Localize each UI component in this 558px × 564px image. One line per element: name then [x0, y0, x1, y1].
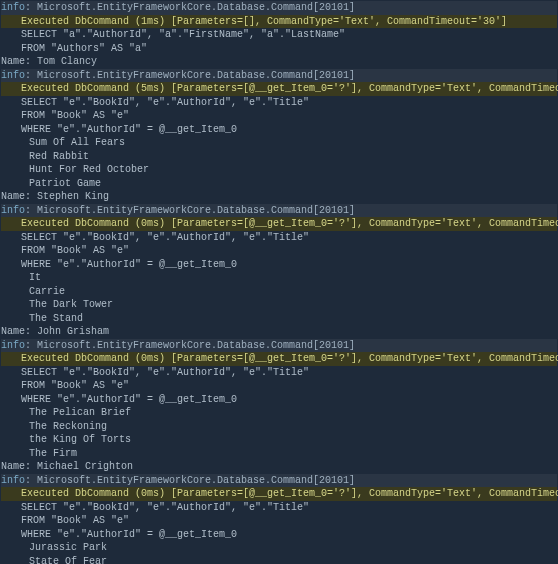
- book-title-line: The Stand: [1, 312, 557, 326]
- executed-command-line: Executed DbCommand (1ms) [Parameters=[],…: [1, 15, 557, 29]
- book-title-line: Red Rabbit: [1, 150, 557, 164]
- executed-command-line: Executed DbCommand (5ms) [Parameters=[@_…: [1, 82, 557, 96]
- book-title-line: Patriot Game: [1, 177, 557, 191]
- sql-statement-line: FROM "Authors" AS "a": [1, 42, 557, 56]
- log-level-prefix: info: [1, 475, 25, 486]
- sql-statement-line: WHERE "e"."AuthorId" = @__get_Item_0: [1, 258, 557, 272]
- book-title-line: Hunt For Red October: [1, 163, 557, 177]
- book-title-line: The Dark Tower: [1, 298, 557, 312]
- log-category: : Microsoft.EntityFrameworkCore.Database…: [25, 475, 355, 486]
- author-name-line: Name: John Grisham: [1, 325, 557, 339]
- author-name-line: Name: Stephen King: [1, 190, 557, 204]
- book-title-line: Carrie: [1, 285, 557, 299]
- sql-statement-line: FROM "Book" AS "e": [1, 109, 557, 123]
- log-category: : Microsoft.EntityFrameworkCore.Database…: [25, 2, 355, 13]
- sql-statement-line: WHERE "e"."AuthorId" = @__get_Item_0: [1, 528, 557, 542]
- sql-statement-line: SELECT "a"."AuthorId", "a"."FirstName", …: [1, 28, 557, 42]
- book-title-line: The Pelican Brief: [1, 406, 557, 420]
- author-name-line: Name: Michael Crighton: [1, 460, 557, 474]
- sql-statement-line: WHERE "e"."AuthorId" = @__get_Item_0: [1, 123, 557, 137]
- sql-statement-line: FROM "Book" AS "e": [1, 379, 557, 393]
- log-info-header: info: Microsoft.EntityFrameworkCore.Data…: [1, 1, 557, 15]
- log-level-prefix: info: [1, 2, 25, 13]
- book-title-line: Jurassic Park: [1, 541, 557, 555]
- log-info-header: info: Microsoft.EntityFrameworkCore.Data…: [1, 204, 557, 218]
- log-level-prefix: info: [1, 70, 25, 81]
- sql-statement-line: FROM "Book" AS "e": [1, 514, 557, 528]
- executed-command-line: Executed DbCommand (0ms) [Parameters=[@_…: [1, 487, 557, 501]
- book-title-line: the King Of Torts: [1, 433, 557, 447]
- book-title-line: The Firm: [1, 447, 557, 461]
- book-title-line: State Of Fear: [1, 555, 557, 565]
- sql-statement-line: WHERE "e"."AuthorId" = @__get_Item_0: [1, 393, 557, 407]
- log-info-header: info: Microsoft.EntityFrameworkCore.Data…: [1, 339, 557, 353]
- console-output: info: Microsoft.EntityFrameworkCore.Data…: [1, 1, 557, 564]
- author-name-line: Name: Tom Clancy: [1, 55, 557, 69]
- sql-statement-line: SELECT "e"."BookId", "e"."AuthorId", "e"…: [1, 501, 557, 515]
- executed-command-line: Executed DbCommand (0ms) [Parameters=[@_…: [1, 352, 557, 366]
- log-category: : Microsoft.EntityFrameworkCore.Database…: [25, 340, 355, 351]
- log-info-header: info: Microsoft.EntityFrameworkCore.Data…: [1, 474, 557, 488]
- log-category: : Microsoft.EntityFrameworkCore.Database…: [25, 205, 355, 216]
- sql-statement-line: SELECT "e"."BookId", "e"."AuthorId", "e"…: [1, 366, 557, 380]
- log-level-prefix: info: [1, 205, 25, 216]
- sql-statement-line: SELECT "e"."BookId", "e"."AuthorId", "e"…: [1, 231, 557, 245]
- book-title-line: It: [1, 271, 557, 285]
- book-title-line: The Reckoning: [1, 420, 557, 434]
- log-level-prefix: info: [1, 340, 25, 351]
- log-category: : Microsoft.EntityFrameworkCore.Database…: [25, 70, 355, 81]
- sql-statement-line: FROM "Book" AS "e": [1, 244, 557, 258]
- sql-statement-line: SELECT "e"."BookId", "e"."AuthorId", "e"…: [1, 96, 557, 110]
- executed-command-line: Executed DbCommand (0ms) [Parameters=[@_…: [1, 217, 557, 231]
- book-title-line: Sum Of All Fears: [1, 136, 557, 150]
- log-info-header: info: Microsoft.EntityFrameworkCore.Data…: [1, 69, 557, 83]
